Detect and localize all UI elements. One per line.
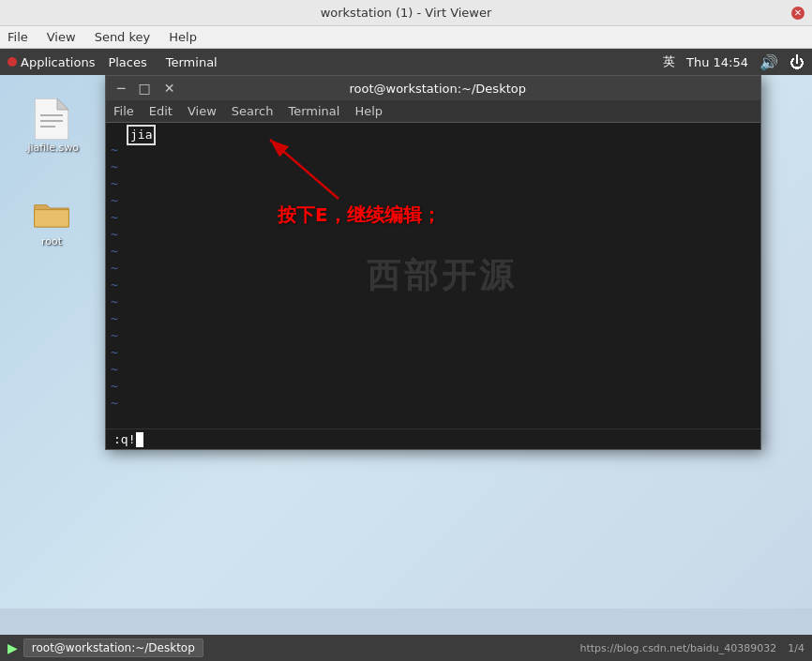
- vim-command-cursor: [136, 432, 143, 447]
- virt-viewer-titlebar: workstation (1) - Virt Viewer ✕: [0, 0, 812, 26]
- desktop-icon-root-folder[interactable]: root: [19, 194, 84, 248]
- vim-tilde-5: ~: [106, 209, 123, 226]
- terminal-content: ~ ~ ~ ~ ~ ~ ~ ~ ~ ~ ~ ~ ~ ~ ~ ~: [106, 123, 760, 449]
- vim-tilde-7: ~: [106, 243, 123, 260]
- clock: Thu 14:54: [686, 55, 748, 69]
- language-indicator: 英: [663, 53, 675, 70]
- vim-first-line: jia: [127, 125, 757, 145]
- desktop-icon-jiafile-swo[interactable]: .jiafile.swo: [19, 100, 84, 154]
- vim-cursor-highlight: jia: [127, 125, 156, 145]
- taskbar-url: https://blog.csdn.net/baidu_40389032: [579, 642, 776, 654]
- term-menu-edit[interactable]: Edit: [149, 104, 173, 118]
- vim-statusbar: :q!: [106, 428, 760, 449]
- apps-dot-icon: [8, 57, 17, 67]
- term-menu-file[interactable]: File: [113, 104, 134, 118]
- window-title: workstation (1) - Virt Viewer: [21, 6, 791, 20]
- term-menu-terminal[interactable]: Terminal: [288, 104, 339, 118]
- term-menu-view[interactable]: View: [188, 104, 217, 118]
- chinese-annotation-text: 按下E，继续编辑；: [278, 203, 441, 228]
- vim-gutter: ~ ~ ~ ~ ~ ~ ~ ~ ~ ~ ~ ~ ~ ~ ~ ~: [106, 123, 123, 428]
- icon-label-root: root: [41, 235, 62, 248]
- power-icon[interactable]: ⏻: [789, 53, 804, 71]
- taskbar-terminal-icon: ▶: [8, 640, 18, 655]
- terminal-menu[interactable]: Terminal: [160, 53, 223, 71]
- vim-tilde-9: ~: [106, 277, 123, 293]
- svg-line-22: [270, 140, 338, 199]
- vim-tilde-11: ~: [106, 310, 123, 327]
- gnome-top-panel: Applications Places Terminal 英 Thu 14:54…: [0, 49, 812, 75]
- watermark: 西部开源: [367, 253, 517, 299]
- menu-help[interactable]: Help: [165, 28, 201, 46]
- terminal-close-button[interactable]: ✕: [160, 81, 179, 96]
- volume-icon[interactable]: 🔊: [759, 53, 778, 71]
- terminal-window: ─ □ ✕ root@workstation:~/Desktop File Ed…: [105, 75, 761, 450]
- taskbar-task-button[interactable]: root@workstation:~/Desktop: [23, 638, 203, 657]
- terminal-title: root@workstation:~/Desktop: [178, 82, 697, 96]
- menu-view[interactable]: View: [43, 28, 80, 46]
- terminal-controls: ─ □ ✕: [113, 81, 178, 96]
- vim-text-content[interactable]: jia 西部开源 按下E: [123, 123, 760, 428]
- vim-tilde-13: ~: [106, 344, 123, 361]
- vim-tilde-6: ~: [106, 226, 123, 243]
- places-menu[interactable]: Places: [102, 53, 152, 71]
- vim-command-text: :q!: [113, 432, 135, 446]
- taskbar-left: ▶ root@workstation:~/Desktop: [8, 638, 203, 657]
- panel-right: 英 Thu 14:54 🔊 ⏻: [663, 53, 804, 71]
- window-close-button[interactable]: ✕: [791, 7, 804, 20]
- app-menubar: File View Send key Help: [0, 26, 812, 49]
- vim-tilde-14: ~: [106, 361, 123, 378]
- term-menu-search[interactable]: Search: [232, 104, 274, 118]
- vim-tilde-2: ~: [106, 158, 123, 175]
- terminal-maximize-button[interactable]: □: [134, 81, 154, 96]
- panel-left: Applications Places Terminal: [8, 53, 659, 71]
- menu-sendkey[interactable]: Send key: [91, 28, 155, 46]
- vim-tilde-10: ~: [106, 293, 123, 310]
- vim-tilde-16: ~: [106, 395, 123, 412]
- applications-label: Applications: [21, 55, 95, 69]
- vim-tilde-8: ~: [106, 260, 123, 277]
- vim-tilde-1: ~: [106, 142, 123, 158]
- terminal-titlebar: ─ □ ✕ root@workstation:~/Desktop: [106, 76, 760, 100]
- vim-tilde-4: ~: [106, 192, 123, 209]
- vim-tilde-12: ~: [106, 327, 123, 344]
- vim-tilde-3: ~: [106, 175, 123, 192]
- term-menu-help[interactable]: Help: [354, 104, 383, 118]
- taskbar-page-info: 1/4: [788, 642, 804, 654]
- svg-marker-1: [57, 98, 68, 110]
- vim-tilde-15: ~: [106, 378, 123, 395]
- menu-file[interactable]: File: [4, 28, 32, 46]
- vim-cursor-text: jia: [130, 128, 152, 142]
- icon-label-swo: .jiafile.swo: [24, 142, 79, 154]
- folder-icon-root: [33, 194, 70, 232]
- file-icon-swo: [33, 100, 70, 138]
- taskbar: ▶ root@workstation:~/Desktop https://blo…: [0, 635, 812, 661]
- desktop: Applications Places Terminal 英 Thu 14:54…: [0, 49, 812, 608]
- applications-menu[interactable]: Applications: [8, 55, 95, 69]
- terminal-menubar: File Edit View Search Terminal Help: [106, 100, 760, 123]
- terminal-minimize-button[interactable]: ─: [113, 81, 128, 96]
- vim-editor-area: ~ ~ ~ ~ ~ ~ ~ ~ ~ ~ ~ ~ ~ ~ ~ ~: [106, 123, 760, 428]
